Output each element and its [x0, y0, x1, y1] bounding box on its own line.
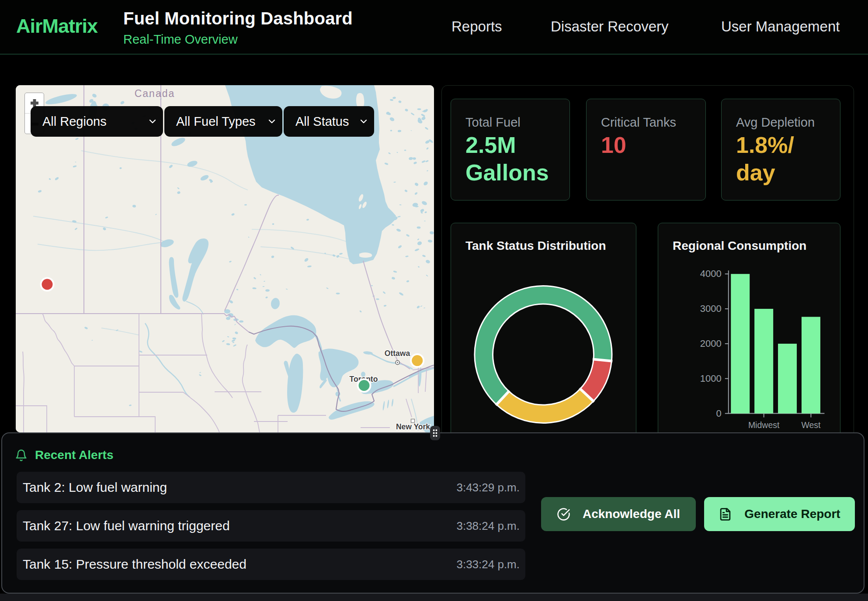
page-title: Fuel Monitoring Dashboard [123, 9, 353, 28]
x-tick-label: West [801, 420, 821, 430]
bar-0 [731, 274, 750, 413]
generate-report-label: Generate Report [744, 507, 840, 521]
tank-marker-critical[interactable] [41, 278, 54, 291]
stat-label: Critical Tanks [601, 115, 697, 130]
tank-marker-warning[interactable] [411, 354, 424, 367]
region-filter-value: All Regions [42, 114, 107, 129]
recent-alerts-panel: Recent Alerts Tank 2: Low fuel warning 3… [1, 432, 865, 594]
alert-time: 3:33:24 p.m. [456, 558, 520, 571]
nav-disaster-recovery[interactable]: Disaster Recovery [551, 18, 669, 35]
tank-status-chart-card: Tank Status Distribution [451, 223, 636, 467]
y-tick-label: 1000 [700, 373, 722, 384]
acknowledge-all-label: Acknowledge All [583, 507, 680, 521]
fuel-type-filter-value: All Fuel Types [176, 114, 256, 129]
alert-text: Tank 2: Low fuel warning [23, 480, 167, 495]
file-text-icon [719, 508, 732, 521]
generate-report-button[interactable]: Generate Report [704, 497, 855, 531]
stat-card-total-fuel: Total Fuel 2.5MGallons [451, 99, 570, 200]
donut-segment-warning [496, 389, 594, 423]
chevron-down-icon [267, 116, 277, 127]
alerts-title: Recent Alerts [35, 448, 113, 462]
stat-label: Total Fuel [465, 115, 561, 130]
stat-card-avg-depletion: Avg Depletion 1.8%/day [721, 99, 840, 200]
bar-2 [778, 344, 797, 414]
title-block: Fuel Monitoring Dashboard Real-Time Over… [123, 9, 353, 47]
alert-row[interactable]: Tank 2: Low fuel warning 3:43:29 p.m. [17, 472, 525, 503]
nav-user-management[interactable]: User Management [721, 18, 840, 35]
y-tick-label: 0 [716, 408, 722, 419]
stat-value: 1.8%/day [736, 131, 831, 187]
x-tick-label: Midwest [748, 420, 780, 430]
chevron-down-icon [147, 116, 158, 127]
check-circle-icon [557, 508, 570, 521]
map-svg: Canada Ottawa Toronto New York [16, 85, 434, 432]
status-filter-select[interactable]: All Status [284, 106, 374, 137]
bottom-strip [0, 594, 868, 601]
alerts-header: Recent Alerts [15, 448, 113, 462]
regional-consumption-chart-card: Regional Consumption 01000200030004000Mi… [658, 223, 840, 467]
alert-row[interactable]: Tank 27: Low fuel warning triggered 3:38… [17, 510, 525, 542]
y-tick-label: 3000 [700, 303, 722, 314]
stat-value: 2.5MGallons [465, 131, 561, 187]
bar-3 [802, 317, 820, 413]
alert-time: 3:43:29 p.m. [456, 481, 520, 494]
chevron-down-icon [358, 116, 369, 127]
y-tick-label: 4000 [700, 268, 722, 279]
map-filters: All Regions All Fuel Types All Status [31, 106, 374, 137]
grip-dots-icon [430, 426, 440, 440]
alert-text: Tank 27: Low fuel warning triggered [23, 518, 230, 533]
y-tick-label: 2000 [700, 338, 722, 349]
alert-time: 3:38:24 p.m. [456, 519, 520, 533]
overview-panel: Total Fuel 2.5MGallons Critical Tanks 10… [441, 85, 854, 461]
fuel-type-filter-select[interactable]: All Fuel Types [164, 106, 282, 137]
map-panel[interactable]: Canada Ottawa Toronto New York + − All R… [16, 85, 434, 432]
tank-marker-normal[interactable] [358, 379, 371, 392]
bell-icon [15, 449, 28, 462]
status-filter-value: All Status [295, 114, 349, 129]
acknowledge-all-button[interactable]: Acknowledge All [541, 497, 696, 531]
app-logo: AirMatrix [16, 15, 97, 38]
page-subtitle: Real-Time Overview [123, 32, 353, 47]
stat-value: 10 [601, 131, 697, 159]
panel-resize-handle[interactable] [430, 426, 440, 440]
map-label-country: Canada [135, 88, 175, 99]
stat-label: Avg Depletion [736, 115, 831, 130]
tank-status-donut-chart [451, 223, 637, 468]
regional-consumption-bar-chart: 01000200030004000MidwestWest [658, 223, 841, 468]
alert-row[interactable]: Tank 15: Pressure threshold exceeded 3:3… [17, 549, 525, 580]
nav-reports[interactable]: Reports [451, 18, 502, 35]
region-filter-select[interactable]: All Regions [31, 106, 163, 137]
map-label-ottawa: Ottawa [385, 349, 410, 358]
alert-list: Tank 2: Low fuel warning 3:43:29 p.m. Ta… [17, 472, 525, 587]
map-label-newyork: New York [396, 422, 430, 431]
stat-card-critical-tanks: Critical Tanks 10 [586, 99, 706, 200]
bar-1 [754, 309, 773, 414]
alert-text: Tank 15: Pressure threshold exceeded [23, 557, 247, 572]
header: AirMatrix Fuel Monitoring Dashboard Real… [0, 0, 868, 55]
